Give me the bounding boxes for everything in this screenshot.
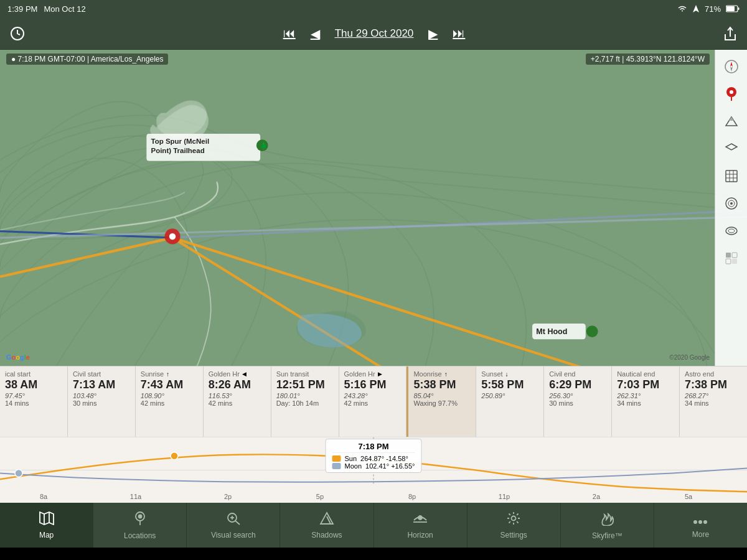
map-container[interactable]: Top Spur (McNeil Point) Trailhead 🌲 Mt H… (0, 50, 747, 366)
data-table: ical start 38 AM 97.45° 14 mins Civil st… (0, 366, 747, 437)
svg-text:8p: 8p (408, 493, 416, 500)
nav-item-skyfire[interactable]: Skyfire™ (561, 503, 654, 548)
svg-marker-70 (321, 513, 333, 524)
moon-swatch (332, 463, 341, 469)
clock-icon[interactable] (10, 26, 25, 41)
skip-back-btn[interactable]: ⏮ (283, 26, 296, 40)
col-sub2-2: 42 mins (141, 399, 165, 407)
nav-label-skyfire: Skyfire™ (592, 531, 622, 540)
sun-swatch (332, 455, 341, 462)
svg-marker-60 (40, 512, 54, 525)
nav-label-visual-search: Visual search (211, 531, 256, 539)
nav-date[interactable]: Thu 29 Oct 2020 (335, 27, 414, 40)
col-title-10: Astro end (685, 370, 714, 378)
col-sub1-1: 103.48° (73, 392, 96, 399)
col-sub2-8: 30 mins (549, 399, 573, 407)
settings-icon (507, 511, 520, 529)
col-sub2-4: Day: 10h 14m (276, 399, 319, 407)
col-sub1-2: 108.90° (141, 392, 164, 399)
nav-item-settings[interactable]: Settings (467, 503, 561, 548)
data-col-4: Sun transit 12:51 PM 180.01° Day: 10h 14… (271, 366, 339, 437)
svg-text:5p: 5p (316, 493, 324, 500)
map-time-overlay: ● 7:18 PM GMT-07:00 | America/Los_Angele… (6, 54, 168, 65)
data-col-8: Civil end 6:29 PM 256.30° 30 mins (544, 366, 612, 437)
svg-rect-1 (738, 7, 740, 10)
nav-item-more[interactable]: More (654, 503, 747, 548)
col-sub1-8: 256.30° (549, 392, 573, 399)
svg-point-73 (418, 516, 422, 520)
sun-values: 264.87° -14.58° (360, 455, 408, 462)
svg-point-50 (15, 470, 22, 477)
svg-line-31 (726, 150, 731, 153)
layers-btn[interactable] (720, 137, 743, 161)
col-main-5: 5:16 PM (344, 378, 387, 391)
svg-line-67 (235, 521, 240, 525)
nav-item-shadows[interactable]: Shadows (280, 503, 374, 548)
svg-text:11p: 11p (499, 493, 510, 500)
svg-rect-2 (726, 6, 735, 11)
mountain-btn[interactable] (720, 110, 743, 133)
nav-item-visual-search[interactable]: Visual search (187, 503, 280, 548)
compass-btn[interactable] (720, 55, 743, 78)
svg-point-49 (171, 452, 178, 460)
col-title-8: Civil end (549, 370, 575, 378)
map-icon (39, 511, 54, 529)
svg-point-65 (138, 515, 141, 518)
svg-marker-24 (730, 67, 733, 72)
svg-point-26 (730, 90, 733, 94)
data-col-6: Moonrise ↑ 5:38 PM 85.04° Waxing 97.7% (406, 366, 476, 437)
svg-point-13 (169, 233, 176, 240)
chart-tooltip: 7:18 PM Sun 264.87° -14.58° Moon 102.41°… (326, 439, 422, 473)
nav-item-locations[interactable]: Locations (93, 503, 187, 548)
battery-level: 71% (705, 4, 721, 14)
forward-btn[interactable]: ▶ (428, 26, 438, 41)
col-sub2-5: 42 mins (344, 399, 369, 407)
col-sub2-1: 30 mins (73, 399, 97, 407)
col-title-0: ical start (5, 370, 31, 378)
data-col-5: Golden Hr ▶ 5:16 PM 243.28° 42 mins (339, 366, 407, 437)
bottom-nav: Map Locations Visual search Shadows Hori… (0, 503, 747, 548)
col-sub2-10: 34 mins (685, 399, 709, 407)
map-style-btn[interactable] (720, 246, 743, 270)
svg-point-76 (698, 520, 702, 524)
svg-text:11a: 11a (130, 493, 142, 500)
back-btn[interactable]: ◀ (311, 26, 320, 41)
svg-text:Top Spur (McNeil: Top Spur (McNeil (151, 138, 210, 145)
nav-label-shadows: Shadows (311, 531, 342, 539)
col-title-2: Sunrise (141, 370, 164, 378)
svg-marker-30 (726, 144, 737, 150)
col-main-10: 7:38 PM (685, 378, 727, 391)
grid-btn[interactable] (720, 164, 743, 188)
more-icon (693, 512, 708, 528)
moon-label: Moon (345, 462, 362, 470)
pin-btn[interactable] (720, 82, 743, 106)
svg-point-41 (726, 227, 737, 235)
col-main-4: 12:51 PM (276, 378, 325, 391)
chart-area[interactable]: 8a 11a 2p 5p 8p 11p 2a 5a 7:18 PM Sun 26… (0, 437, 747, 503)
col-main-6: 5:38 PM (413, 378, 456, 391)
col-title-5: Golden Hr (344, 370, 375, 378)
contour-btn[interactable] (720, 219, 743, 243)
location-icon (134, 511, 146, 530)
col-sub1-0: 97.45° (5, 392, 25, 399)
col-main-2: 7:43 AM (141, 378, 183, 391)
svg-marker-23 (730, 62, 733, 67)
col-main-1: 7:13 AM (73, 378, 115, 391)
data-col-10: Astro end 7:38 PM 268.27° 34 mins (680, 366, 747, 437)
col-sub1-4: 180.01° (276, 392, 300, 399)
nav-bar: ⏮ ◀ Thu 29 Oct 2020 ▶ ⏭ (0, 17, 747, 50)
moon-values: 102.41° +16.55° (365, 462, 415, 470)
satellite-btn[interactable] (720, 192, 743, 215)
skip-forward-btn[interactable]: ⏭ (453, 26, 465, 40)
svg-point-21 (586, 325, 598, 337)
col-main-9: 7:03 PM (617, 378, 659, 391)
data-col-1: Civil start 7:13 AM 103.48° 30 mins (68, 366, 136, 437)
wifi-icon (677, 5, 687, 12)
svg-point-42 (728, 229, 735, 233)
share-icon[interactable] (723, 26, 737, 42)
svg-text:5a: 5a (685, 493, 693, 500)
nav-item-map[interactable]: Map (0, 503, 93, 548)
col-title-4: Sun transit (276, 370, 309, 378)
col-sub2-6: Waxing 97.7% (413, 399, 458, 407)
nav-item-horizon[interactable]: Horizon (374, 503, 467, 548)
